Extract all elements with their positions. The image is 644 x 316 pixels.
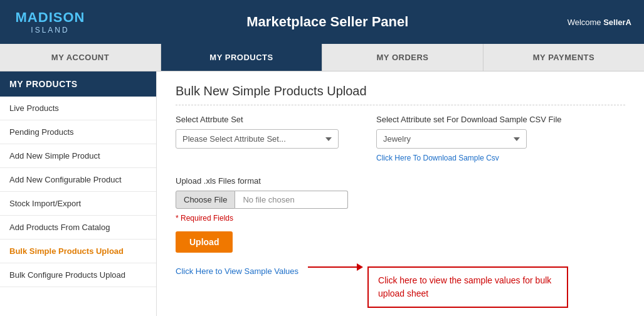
- sidebar-header: MY PRODUCTS: [0, 71, 156, 97]
- sidebar-item-bulk-simple[interactable]: Bulk Simple Products Upload: [0, 240, 156, 263]
- sample-values-link[interactable]: Click Here to View Sample Values: [176, 266, 298, 276]
- attribute-set-group: Select Attrbute Set Please Select Attrib…: [176, 115, 339, 149]
- logo-text: MADISON: [16, 9, 85, 26]
- content-area: Bulk New Simple Products Upload Select A…: [157, 71, 644, 316]
- arrow-area: [308, 266, 358, 268]
- main-content: MY PRODUCTS Live Products Pending Produc…: [0, 71, 644, 316]
- sidebar-item-bulk-configure[interactable]: Bulk Configure Products Upload: [0, 263, 156, 287]
- nav-my-orders[interactable]: MY ORDERS: [322, 44, 483, 71]
- file-name-display: No file chosen: [235, 191, 348, 209]
- sidebar-item-pending-products[interactable]: Pending Products: [0, 120, 156, 144]
- file-input-row: Choose File No file chosen: [176, 191, 625, 209]
- nav-my-account[interactable]: MY ACCOUNT: [0, 44, 161, 71]
- sidebar-item-add-configurable[interactable]: Add New Configurable Product: [0, 168, 156, 192]
- sidebar-item-live-products[interactable]: Live Products: [0, 97, 156, 120]
- form-row-selects: Select Attrbute Set Please Select Attrib…: [176, 115, 625, 162]
- required-fields-text: * Required Fields: [176, 214, 625, 223]
- nav-my-payments[interactable]: MY PAYMENTS: [483, 44, 644, 71]
- nav-bar: MY ACCOUNT MY PRODUCTS MY ORDERS MY PAYM…: [0, 44, 644, 71]
- upload-button[interactable]: Upload: [176, 231, 233, 253]
- download-csv-link[interactable]: Click Here To Download Sample Csv: [376, 154, 562, 162]
- attribute-set-label: Select Attrbute Set: [176, 115, 339, 124]
- header-welcome: Welcome SellerA: [567, 18, 631, 27]
- logo: MADISON ISLAND: [13, 9, 88, 34]
- download-csv-select[interactable]: Default Jewelry Clothing: [376, 129, 527, 149]
- arrow-icon: [308, 266, 358, 268]
- download-csv-group: Select Attribute set For Download Sample…: [376, 115, 562, 162]
- sidebar: MY PRODUCTS Live Products Pending Produc…: [0, 71, 157, 316]
- welcome-username: SellerA: [603, 18, 631, 27]
- header: MADISON ISLAND Marketplace Seller Panel …: [0, 0, 644, 44]
- choose-file-button[interactable]: Choose File: [176, 191, 235, 209]
- upload-section: Upload .xls Files format Choose File No …: [176, 176, 625, 253]
- header-title: Marketplace Seller Panel: [88, 14, 567, 30]
- upload-label: Upload .xls Files format: [176, 176, 625, 186]
- nav-my-products[interactable]: MY PRODUCTS: [161, 44, 322, 71]
- sidebar-item-add-simple[interactable]: Add New Simple Product: [0, 144, 156, 168]
- tooltip-box: Click here to view the sample values for…: [367, 266, 568, 308]
- download-csv-label: Select Attribute set For Download Sample…: [376, 115, 562, 124]
- sidebar-item-stock-import[interactable]: Stock Import/Export: [0, 192, 156, 216]
- sidebar-item-add-from-catalog[interactable]: Add Products From Catalog: [0, 216, 156, 240]
- sample-values-row: Click Here to View Sample Values Click h…: [176, 266, 625, 308]
- attribute-set-select[interactable]: Please Select Attribute Set... Default J…: [176, 129, 339, 149]
- logo-island: ISLAND: [31, 26, 69, 34]
- page-title: Bulk New Simple Products Upload: [176, 84, 625, 105]
